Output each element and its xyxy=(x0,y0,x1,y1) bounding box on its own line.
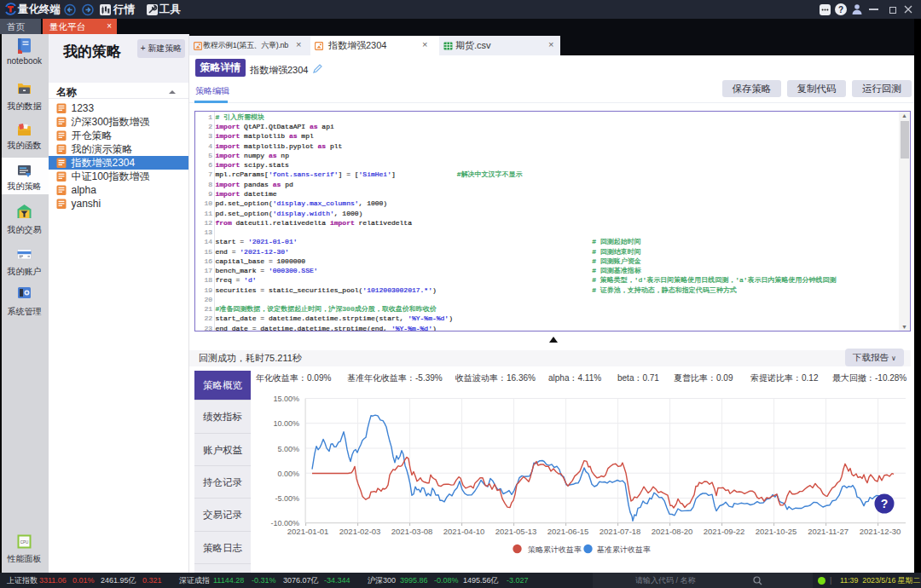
svg-text:2021-01-01: 2021-01-01 xyxy=(287,527,329,536)
svg-text:15.00%: 15.00% xyxy=(273,395,299,403)
svg-text:0.00%: 0.00% xyxy=(277,470,299,478)
svg-text:2021-09-22: 2021-09-22 xyxy=(704,527,745,536)
svg-text:基准累计收益率: 基准累计收益率 xyxy=(597,545,651,554)
svg-text:2021-03-08: 2021-03-08 xyxy=(391,527,433,536)
svg-text:?: ? xyxy=(881,497,889,510)
svg-text:2021-07-18: 2021-07-18 xyxy=(600,527,641,536)
svg-text:2021-11-27: 2021-11-27 xyxy=(808,527,849,536)
svg-text:-5.00%: -5.00% xyxy=(275,494,299,503)
svg-text:2021-08-20: 2021-08-20 xyxy=(652,527,693,536)
svg-text:2021-06-15: 2021-06-15 xyxy=(547,527,589,536)
svg-text:2021-04-10: 2021-04-10 xyxy=(443,527,485,536)
svg-text:10.00%: 10.00% xyxy=(273,419,299,428)
svg-text:CPU: CPU xyxy=(20,540,29,545)
svg-text:2021-02-03: 2021-02-03 xyxy=(339,527,381,536)
svg-text:?: ? xyxy=(838,5,843,14)
svg-text:策略累计收益率: 策略累计收益率 xyxy=(528,545,582,554)
svg-text:2021-05-13: 2021-05-13 xyxy=(495,527,537,536)
svg-text:2021-12-30: 2021-12-30 xyxy=(860,527,901,536)
svg-text:5.00%: 5.00% xyxy=(277,445,299,453)
svg-text:2021-10-25: 2021-10-25 xyxy=(756,527,797,536)
